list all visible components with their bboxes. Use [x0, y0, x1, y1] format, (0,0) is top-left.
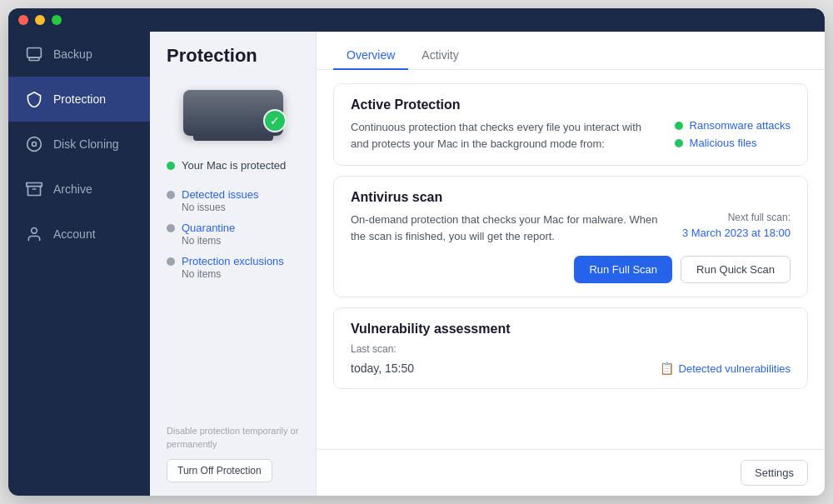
main-content: Overview Activity Active Protection Cont…: [317, 8, 825, 496]
shield-badge: ✓: [263, 109, 287, 132]
sidebar-item-disk-cloning[interactable]: Disk Cloning: [8, 122, 150, 167]
active-protection-title: Active Protection: [351, 97, 791, 112]
footer-hint: Disable protection temporarily or perman…: [167, 425, 299, 451]
ransomware-item: Ransomware attacks: [675, 119, 791, 132]
detected-vulnerabilities-icon: 📋: [660, 362, 674, 375]
sub-items-list: Detected issues No issues Quarantine No …: [150, 175, 316, 288]
status-dot: [167, 162, 175, 170]
detected-issues-item[interactable]: Detected issues No issues: [150, 182, 316, 215]
sidebar-protection-label: Protection: [53, 92, 106, 106]
status-text: Your Mac is protected: [182, 159, 286, 172]
active-protection-description: Continuous protection that checks every …: [351, 119, 658, 152]
device-image: ✓: [183, 90, 283, 136]
tabs-bar: Overview Activity: [317, 32, 825, 70]
run-full-scan-button[interactable]: Run Full Scan: [574, 256, 672, 283]
sidebar-item-archive[interactable]: Archive: [8, 167, 150, 212]
active-protection-body: Continuous protection that checks every …: [351, 119, 791, 152]
vulnerability-title: Vulnerability assessment: [351, 322, 791, 337]
ransomware-dot: [675, 122, 683, 130]
antivirus-scan-meta: Next full scan: 3 March 2023 at 18:00: [682, 212, 791, 239]
active-protection-card: Active Protection Continuous protection …: [333, 83, 808, 166]
protection-icon: [25, 90, 43, 108]
sidebar: Backup Protection Disk Cloning: [8, 8, 150, 496]
antivirus-scan-actions: Run Full Scan Run Quick Scan: [351, 256, 791, 283]
protection-exclusions-desc: No items: [167, 268, 299, 280]
minimize-button[interactable]: [35, 15, 45, 25]
close-button[interactable]: [18, 15, 28, 25]
vulnerability-bottom: today, 15:50 📋 Detected vulnerabilities: [351, 362, 791, 375]
malicious-files-item: Malicious files: [675, 137, 791, 149]
main-window: Backup Protection Disk Cloning: [8, 8, 825, 496]
detected-issues-dot: [167, 191, 175, 199]
disk-cloning-icon: [25, 135, 43, 153]
cards-area: Active Protection Continuous protection …: [317, 70, 825, 449]
maximize-button[interactable]: [52, 15, 62, 25]
antivirus-scan-title: Antivirus scan: [351, 190, 791, 205]
detected-issues-desc: No issues: [167, 202, 299, 213]
last-scan-time: today, 15:50: [351, 362, 414, 375]
detected-issues-label: Detected issues: [182, 188, 259, 201]
tab-activity[interactable]: Activity: [408, 42, 471, 70]
protection-exclusions-item[interactable]: Protection exclusions No items: [150, 248, 316, 282]
archive-icon: [25, 180, 43, 198]
quarantine-desc: No items: [167, 235, 299, 247]
quarantine-item[interactable]: Quarantine No items: [150, 215, 316, 248]
sidebar-disk-cloning-label: Disk Cloning: [53, 137, 119, 151]
sidebar-item-account[interactable]: Account: [8, 212, 150, 257]
protection-status-row: Your Mac is protected: [150, 149, 302, 175]
vulnerability-body: Last scan: today, 15:50 📋 Detected vulne…: [351, 343, 791, 375]
malicious-dot: [675, 139, 683, 147]
protection-exclusions-dot: [167, 257, 175, 266]
ransomware-label: Ransomware attacks: [690, 119, 791, 132]
detected-vulnerabilities-label: Detected vulnerabilities: [679, 362, 791, 375]
quarantine-label: Quarantine: [182, 222, 235, 234]
account-icon: [25, 225, 43, 243]
vulnerability-card: Vulnerability assessment Last scan: toda…: [333, 307, 808, 389]
detected-vulnerabilities-link[interactable]: 📋 Detected vulnerabilities: [660, 362, 791, 375]
sidebar-item-backup[interactable]: Backup: [8, 32, 150, 77]
malicious-files-label: Malicious files: [690, 137, 757, 149]
next-scan-date: 3 March 2023 at 18:00: [682, 227, 791, 239]
settings-button[interactable]: Settings: [741, 460, 808, 486]
sidebar-account-label: Account: [53, 227, 96, 241]
svg-rect-1: [29, 57, 39, 60]
tab-overview[interactable]: Overview: [333, 42, 408, 70]
turn-off-protection-button[interactable]: Turn Off Protection: [167, 459, 272, 482]
antivirus-scan-description: On-demand protection that checks your Ma…: [351, 212, 666, 244]
titlebar: [8, 8, 825, 32]
antivirus-scan-card: Antivirus scan On-demand protection that…: [333, 176, 808, 297]
antivirus-scan-body: On-demand protection that checks your Ma…: [351, 212, 791, 244]
run-quick-scan-button[interactable]: Run Quick Scan: [681, 256, 791, 283]
svg-rect-0: [27, 48, 42, 58]
middle-panel: Protection ✓ Your Mac is protected Detec…: [150, 8, 317, 496]
sidebar-item-protection[interactable]: Protection: [8, 77, 150, 122]
svg-rect-4: [27, 183, 42, 187]
sidebar-archive-label: Archive: [53, 182, 92, 196]
protection-exclusions-label: Protection exclusions: [182, 255, 284, 267]
svg-point-6: [32, 228, 37, 234]
panel-title: Protection: [150, 32, 274, 77]
svg-point-2: [27, 137, 42, 152]
middle-footer: Disable protection temporarily or perman…: [150, 412, 316, 496]
backup-icon: [25, 45, 43, 63]
svg-point-3: [32, 142, 37, 147]
sidebar-backup-label: Backup: [53, 47, 92, 61]
bottom-bar: Settings: [317, 449, 825, 496]
quarantine-dot: [167, 224, 175, 232]
next-scan-label: Next full scan:: [682, 212, 791, 223]
last-scan-label: Last scan:: [351, 343, 397, 355]
protection-list: Ransomware attacks Malicious files: [675, 119, 791, 149]
